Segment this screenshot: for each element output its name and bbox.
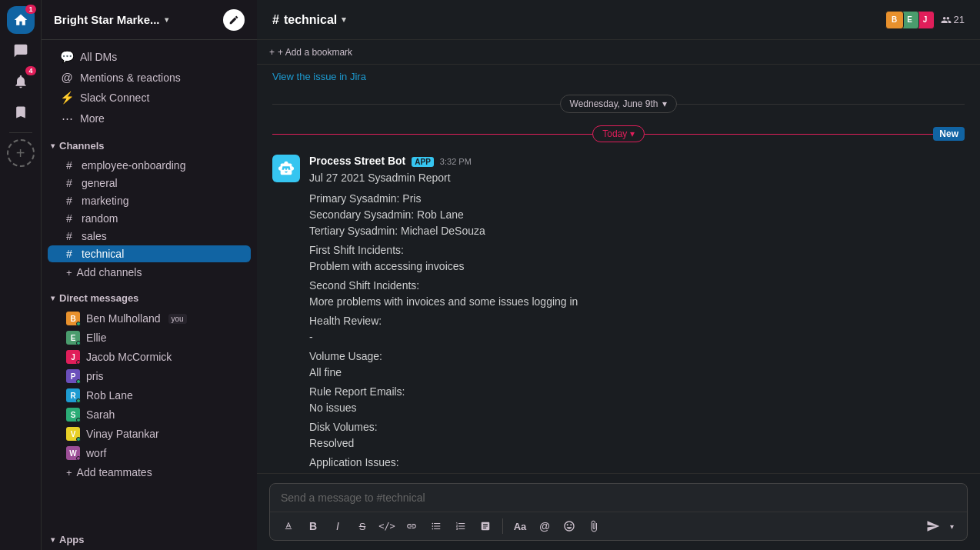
mention-tool[interactable]: @ [534,515,555,537]
bookmark-strip-icon[interactable] [7,98,35,126]
channel-item-random[interactable]: #random [48,210,251,227]
dm-item-ben-mulholland[interactable]: B Ben Mulholland you [48,309,251,328]
message-content: Process Street Bot APP 3:32 PM Jul 27 20… [309,155,965,473]
bullet-list-tool[interactable] [425,515,447,537]
avatar-container: S [66,408,80,422]
format-aa-tool[interactable]: Aa [509,515,531,537]
avatar-container: R [66,388,80,402]
message-time: 3:32 PM [440,157,472,166]
more-item[interactable]: ⋯ More [48,108,251,128]
send-button[interactable] [922,515,944,537]
apps-section-header[interactable]: ▾ Apps [42,528,257,550]
channel-name: sales [82,230,107,242]
block-quote-tool[interactable] [475,515,496,537]
dm-item-sarah[interactable]: S Sarah [48,405,251,424]
add-bookmark-button[interactable]: + + Add a bookmark [269,47,352,58]
code-tool[interactable]: </> [376,515,398,537]
dm-list: B Ben Mulholland you E Ellie J Jacob McC… [42,308,257,463]
status-indicator [76,360,81,365]
application-issues-value: No issues [309,471,965,473]
emoji-input-tool[interactable] [558,515,580,537]
bold-tool[interactable]: B [302,515,324,537]
member-count[interactable]: 21 [941,14,965,25]
status-indicator [76,322,81,326]
link-tool[interactable] [401,515,422,537]
numbered-list-tool[interactable] [450,515,472,537]
avatar-container: J [66,350,80,364]
first-shift-label: First Shift Incidents: [309,242,965,258]
sidebar: Bright Star Marke... ▾ 💬 All DMs @ Menti… [42,0,257,550]
channel-hash-icon: # [66,159,77,172]
new-badge: New [933,127,965,141]
strikethrough-tool[interactable]: S [352,515,373,537]
dm-chevron-icon: ▾ [51,294,55,302]
dm-item-vinay-patankar[interactable]: V Vinay Patankar [48,425,251,443]
avatar-1: B [885,11,904,29]
bookmark-plus-icon: + [269,47,275,58]
message-sender: Process Street Bot [309,155,405,167]
dm-item-rob-lane[interactable]: R Rob Lane [48,386,251,405]
channel-name: employee-onboarding [82,159,185,172]
channel-name: general [82,177,118,189]
disk-volumes-label: Disk Volumes: [309,419,965,435]
send-dropdown-button[interactable]: ▾ [944,515,959,537]
wednesday-date-badge[interactable]: Wednesday, June 9th ▾ [560,95,678,113]
dm-name: Sarah [86,408,115,421]
slack-connect-item[interactable]: ⚡ Slack Connect [48,88,251,108]
you-tag: you [168,314,187,324]
channel-item-sales[interactable]: #sales [48,228,251,245]
format-text-tool[interactable] [278,515,299,537]
message-input[interactable] [270,484,967,512]
today-badge[interactable]: Today ▾ [592,125,644,142]
channel-name: marketing [82,195,128,207]
add-channels-item[interactable]: + Add channels [48,264,251,281]
dm-nav-icon: 💬 [60,50,74,64]
workspace-name[interactable]: Bright Star Marke... ▾ [54,13,168,26]
dm-section-header[interactable]: ▾ Direct messages [42,288,257,308]
status-indicator [76,379,81,384]
dm-name: Ben Mulholland [86,312,161,325]
status-indicator [76,398,81,403]
avatar-container: B [66,312,80,325]
workspace-header: Bright Star Marke... ▾ [42,0,257,40]
channel-item-employee-onboarding[interactable]: #employee-onboarding [48,157,251,174]
dm-item-worf[interactable]: W worf [48,444,251,462]
volume-usage-label: Volume Usage: [309,348,965,365]
all-dms-item[interactable]: 💬 All DMs [48,47,251,67]
dm-item-pris[interactable]: P pris [48,367,251,385]
today-line-left [272,134,592,135]
status-indicator [76,456,81,461]
divider [9,132,32,133]
status-indicator [76,341,81,345]
dm-name: Rob Lane [86,389,133,402]
channel-name: random [82,212,118,225]
add-workspace-button[interactable]: + [7,139,35,167]
channels-section-header[interactable]: ▾ Channels [42,135,257,156]
bell-icon[interactable]: 4 [7,68,35,95]
add-teammates-item[interactable]: + Add teammates [48,464,251,481]
bot-avatar [272,155,300,182]
avatar-container: V [66,427,80,441]
dm-item-ellie[interactable]: E Ellie [48,328,251,347]
jira-link[interactable]: View the issue in Jira [257,65,980,88]
dm-icon[interactable] [7,37,35,65]
channel-item-marketing[interactable]: #marketing [48,192,251,209]
second-shift-label: Second Shift Incidents: [309,278,965,294]
workspace-chevron-icon: ▾ [165,15,168,24]
attachment-tool[interactable] [583,515,605,537]
italic-tool[interactable]: I [327,515,348,537]
channel-title[interactable]: # technical ▾ [272,13,346,27]
primary-sysadmin: Primary Sysadmin: Pris [309,191,965,207]
channel-item-general[interactable]: #general [48,175,251,192]
member-avatars[interactable]: B E J [888,11,935,29]
home-icon[interactable]: 1 [7,6,35,34]
mentions-item[interactable]: @ Mentions & reactions [48,68,251,87]
today-divider-row: Today ▾ New [257,119,980,148]
dm-item-jacob-mccormick[interactable]: J Jacob McCormick [48,348,251,366]
add-channels-icon: + [66,267,72,278]
channel-item-technical[interactable]: #technical [48,245,251,262]
health-review-label: Health Review: [309,313,965,329]
compose-button[interactable] [223,9,245,31]
wednesday-divider: Wednesday, June 9th ▾ [257,88,980,119]
channel-dropdown-icon: ▾ [342,15,346,25]
